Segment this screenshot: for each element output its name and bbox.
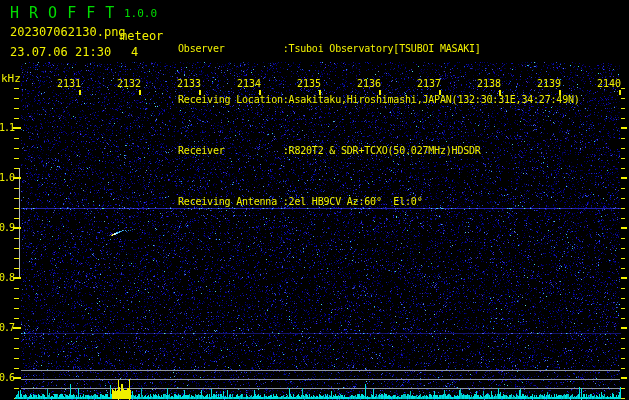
- time-tick-label-2140: 2140: [597, 78, 623, 89]
- freq-tick-label-0.9: 0.9: [0, 222, 14, 233]
- station-line-location: Receiving Location:Asakitaku,Hiroshimash…: [178, 93, 628, 106]
- time-tick-label-2138: 2138: [477, 78, 503, 89]
- time-tick-label-2139: 2139: [537, 78, 563, 89]
- time-tick-label-2135: 2135: [297, 78, 323, 89]
- time-tick-label-2133: 2133: [177, 78, 203, 89]
- app-title: H R O F F T: [10, 4, 115, 22]
- time-tick-label-2136: 2136: [357, 78, 383, 89]
- freq-tick-label-0.8: 0.8: [0, 272, 14, 283]
- time-tick-label-2132: 2132: [117, 78, 143, 89]
- app-version: 1.0.0: [124, 7, 157, 20]
- mode-label: meteor: [120, 29, 163, 43]
- time-tick-label-2137: 2137: [417, 78, 443, 89]
- station-line-antenna: Receiving Antenna :2el HB9CV Az:60° El:0…: [178, 195, 628, 208]
- freq-tick-label-0.7: 0.7: [0, 322, 14, 333]
- time-tick-label-2134: 2134: [237, 78, 263, 89]
- station-info: Observer :Tsuboi Observatory[TSUBOI MASA…: [178, 4, 628, 60]
- hrofft-screen: H R O F F T 1.0.0 202307062130.png meteo…: [0, 0, 629, 400]
- station-line-observer: Observer :Tsuboi Observatory[TSUBOI MASA…: [178, 42, 628, 55]
- y-axis-unit-label: kHz: [1, 72, 21, 85]
- output-filename: 202307062130.png: [10, 25, 126, 39]
- freq-tick-label-0.6: 0.6: [0, 372, 14, 383]
- freq-tick-label-1.1: 1.1: [0, 122, 14, 133]
- time-tick-label-2131: 2131: [57, 78, 83, 89]
- start-datetime: 23.07.06 21:30: [10, 45, 111, 59]
- station-line-receiver: Receiver :R820T2 & SDR+TCXO(50.027MHz)HD…: [178, 144, 628, 157]
- freq-tick-label-1.0: 1.0: [0, 172, 14, 183]
- meteor-count: 4: [131, 45, 138, 59]
